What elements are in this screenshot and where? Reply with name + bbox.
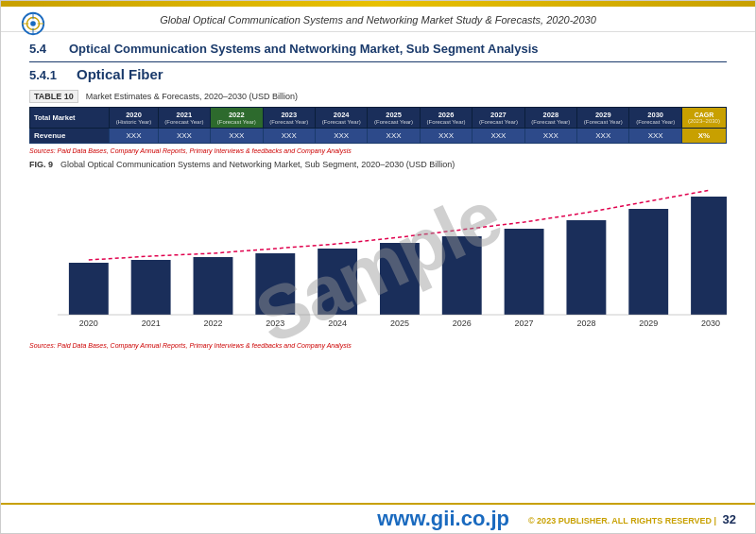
table-cell-2024: XXX bbox=[315, 129, 367, 144]
table-tag: TABLE 10 bbox=[29, 90, 78, 103]
table-cell-2029: XXX bbox=[577, 129, 629, 144]
svg-point-2 bbox=[30, 21, 36, 26]
table-header-2028: 2028(Forecast Year) bbox=[524, 108, 576, 129]
table-cell-2027: XXX bbox=[472, 129, 524, 144]
subsection-number: 5.4.1 bbox=[29, 68, 65, 82]
table-description: Market Estimates & Forecasts, 2020–2030 … bbox=[86, 92, 298, 101]
table-header-cagr: CAGR(2023–2030) bbox=[681, 108, 726, 129]
table-header-2030: 2030(Forecast Year) bbox=[629, 108, 681, 129]
svg-rect-15 bbox=[505, 229, 544, 315]
table-cell-2028: XXX bbox=[524, 129, 576, 144]
chart-container: 2020 2021 2022 2023 2024 2025 2026 2027 … bbox=[29, 173, 727, 338]
svg-text:2029: 2029 bbox=[639, 319, 658, 328]
table-header-2022: 2022(Forecast Year) bbox=[211, 108, 263, 129]
svg-rect-12 bbox=[318, 249, 357, 315]
table-label-row: TABLE 10 Market Estimates & Forecasts, 2… bbox=[29, 90, 727, 103]
svg-text:2021: 2021 bbox=[142, 319, 161, 328]
footer-website: www.gii.co.jp bbox=[377, 507, 509, 531]
table-cell-2023: XXX bbox=[263, 129, 315, 144]
svg-text:2024: 2024 bbox=[328, 319, 347, 328]
section-divider bbox=[29, 61, 727, 62]
svg-rect-9 bbox=[131, 260, 171, 315]
section-heading: 5.4 Optical Communication Systems and Ne… bbox=[29, 42, 727, 56]
page-container: Global Optical Communication Systems and… bbox=[0, 0, 756, 534]
footer: www.gii.co.jp © 2023 PUBLISHER. ALL RIGH… bbox=[1, 503, 755, 533]
svg-text:2028: 2028 bbox=[576, 319, 595, 328]
table-header-2025: 2025(Forecast Year) bbox=[368, 108, 420, 129]
table-header-2029: 2029(Forecast Year) bbox=[577, 108, 629, 129]
svg-text:2026: 2026 bbox=[453, 319, 472, 328]
svg-rect-8 bbox=[69, 263, 109, 315]
table-cell-cagr: X% bbox=[681, 129, 726, 144]
main-content: 5.4 Optical Communication Systems and Ne… bbox=[1, 32, 755, 364]
table-cell-2030: XXX bbox=[629, 129, 681, 144]
bottom-sources: Sources: Paid Data Bases, Company Annual… bbox=[29, 342, 727, 349]
fig-label-row: FIG. 9 Global Optical Communication Syst… bbox=[29, 160, 727, 169]
table-header-2020: 2020(Historic Year) bbox=[110, 108, 158, 129]
svg-text:2025: 2025 bbox=[390, 319, 409, 328]
market-table: Total Market 2020(Historic Year) 2021(Fo… bbox=[29, 107, 727, 144]
fig-tag: FIG. 9 bbox=[29, 160, 53, 169]
subsection-title: Optical Fiber bbox=[77, 66, 163, 82]
table-header-total: Total Market bbox=[30, 108, 110, 129]
table-cell-2021: XXX bbox=[158, 129, 210, 144]
svg-rect-10 bbox=[194, 257, 233, 315]
svg-rect-18 bbox=[691, 197, 727, 315]
chart-svg: 2020 2021 2022 2023 2024 2025 2026 2027 … bbox=[29, 173, 727, 338]
table-header-2026: 2026(Forecast Year) bbox=[420, 108, 472, 129]
svg-rect-14 bbox=[442, 236, 482, 315]
svg-rect-11 bbox=[255, 253, 295, 315]
svg-rect-16 bbox=[566, 220, 606, 315]
svg-rect-13 bbox=[380, 243, 420, 315]
table-cell-2020: XXX bbox=[110, 129, 158, 144]
header: Global Optical Communication Systems and… bbox=[1, 7, 755, 32]
subsection-heading: 5.4.1 Optical Fiber bbox=[29, 66, 727, 82]
table-header-2023: 2023(Forecast Year) bbox=[263, 108, 315, 129]
table-cell-2022: XXX bbox=[211, 129, 263, 144]
table-cell-2025: XXX bbox=[368, 129, 420, 144]
table-header-2024: 2024(Forecast Year) bbox=[315, 108, 367, 129]
svg-text:2020: 2020 bbox=[79, 319, 98, 328]
section-number: 5.4 bbox=[29, 42, 58, 56]
table-cell-2026: XXX bbox=[420, 129, 472, 144]
footer-page: 32 bbox=[723, 512, 736, 526]
table-header-2027: 2027(Forecast Year) bbox=[472, 108, 524, 129]
svg-text:2027: 2027 bbox=[515, 319, 534, 328]
svg-text:2022: 2022 bbox=[204, 319, 223, 328]
section-title: Optical Communication Systems and Networ… bbox=[69, 42, 539, 56]
header-title: Global Optical Communication Systems and… bbox=[160, 14, 596, 26]
svg-text:2030: 2030 bbox=[701, 319, 720, 328]
svg-text:2023: 2023 bbox=[266, 319, 284, 328]
fig-description: Global Optical Communication Systems and… bbox=[60, 160, 455, 169]
table-row-label: Revenue bbox=[30, 129, 110, 144]
svg-rect-17 bbox=[628, 209, 668, 315]
table-sources: Sources: Paid Data Bases, Company Annual… bbox=[29, 147, 727, 154]
header-logo bbox=[20, 10, 46, 41]
table-header-2021: 2021(Forecast Year) bbox=[158, 108, 210, 129]
footer-copyright: © 2023 PUBLISHER. ALL RIGHTS RESERVED | … bbox=[528, 512, 736, 526]
